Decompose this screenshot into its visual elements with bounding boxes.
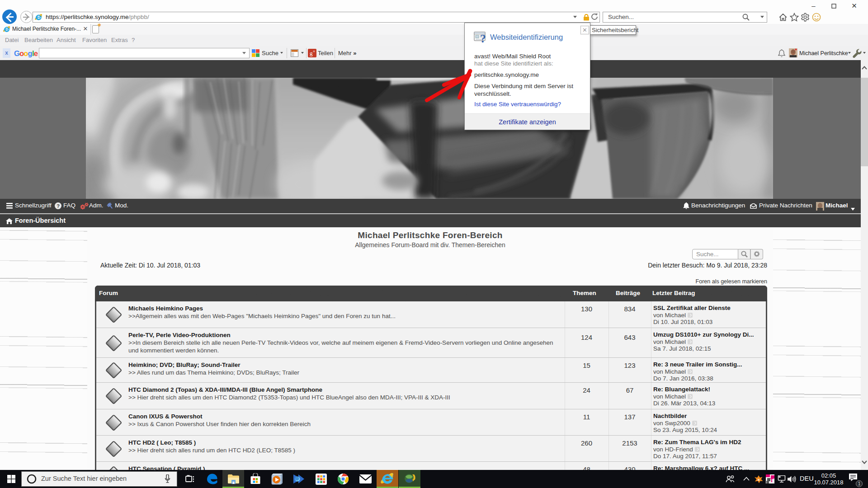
svg-text:T: T — [770, 477, 774, 483]
svg-text:?: ? — [480, 32, 486, 44]
svg-text:+: + — [313, 49, 315, 54]
svg-text:g: g — [310, 50, 313, 56]
svg-text:?: ? — [57, 203, 60, 209]
svg-text:a: a — [758, 477, 760, 482]
